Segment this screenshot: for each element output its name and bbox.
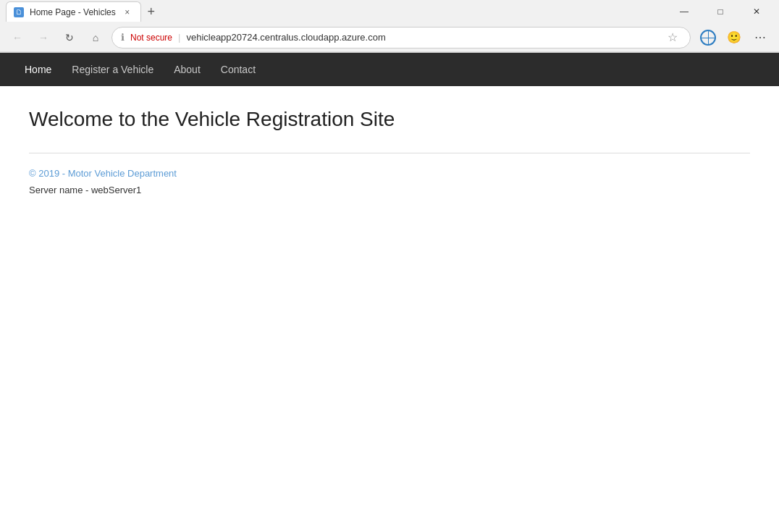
divider xyxy=(29,153,750,153)
server-name-text: Server name - webServer1 xyxy=(29,185,750,195)
nav-item-contact[interactable]: Contact xyxy=(211,53,266,86)
forward-button[interactable]: → xyxy=(33,28,54,48)
nav-item-about[interactable]: About xyxy=(164,53,211,86)
emoji-icon[interactable]: 🙂 xyxy=(723,26,746,49)
page-content: Welcome to the Vehicle Registration Site… xyxy=(0,86,779,217)
site-navigation: Home Register a Vehicle About Contact xyxy=(0,53,779,86)
tab-close-button[interactable]: × xyxy=(122,7,133,18)
url-separator: | xyxy=(178,32,180,43)
maximize-button[interactable]: □ xyxy=(704,0,737,23)
info-icon: ℹ xyxy=(121,32,125,43)
menu-icon[interactable]: ⋯ xyxy=(749,26,772,49)
tab-strip: 🗋 Home Page - Vehicles × + xyxy=(6,1,161,22)
new-tab-button[interactable]: + xyxy=(141,1,161,22)
back-button[interactable]: ← xyxy=(7,28,28,48)
close-button[interactable]: ✕ xyxy=(740,0,773,23)
tab-favicon: 🗋 xyxy=(14,7,24,17)
copyright-text: © 2019 - Motor Vehicle Department xyxy=(29,168,750,179)
extensions-icon[interactable] xyxy=(696,26,720,49)
url-bar[interactable]: ℹ Not secure | vehicleapp20724.centralus… xyxy=(111,27,691,48)
bookmark-icon[interactable]: ☆ xyxy=(664,29,681,46)
nav-item-home[interactable]: Home xyxy=(14,53,62,86)
nav-item-register[interactable]: Register a Vehicle xyxy=(62,53,164,86)
home-button[interactable]: ⌂ xyxy=(85,28,106,48)
address-bar: ← → ↻ ⌂ ℹ Not secure | vehicleapp20724.c… xyxy=(0,23,779,52)
browser-chrome: 🗋 Home Page - Vehicles × + — □ ✕ ← → ↻ ⌂… xyxy=(0,0,779,53)
minimize-button[interactable]: — xyxy=(668,0,701,23)
window-controls: — □ ✕ xyxy=(668,0,773,23)
url-text: vehicleapp20724.centralus.cloudapp.azure… xyxy=(186,32,658,43)
title-bar: 🗋 Home Page - Vehicles × + — □ ✕ xyxy=(0,0,779,23)
not-secure-label: Not secure xyxy=(130,33,172,43)
page-title: Welcome to the Vehicle Registration Site xyxy=(29,108,750,131)
refresh-button[interactable]: ↻ xyxy=(59,28,80,48)
active-tab[interactable]: 🗋 Home Page - Vehicles × xyxy=(6,1,141,22)
toolbar-icons: 🙂 ⋯ xyxy=(696,26,772,49)
tab-title: Home Page - Vehicles xyxy=(30,7,116,17)
globe-icon xyxy=(700,30,716,46)
